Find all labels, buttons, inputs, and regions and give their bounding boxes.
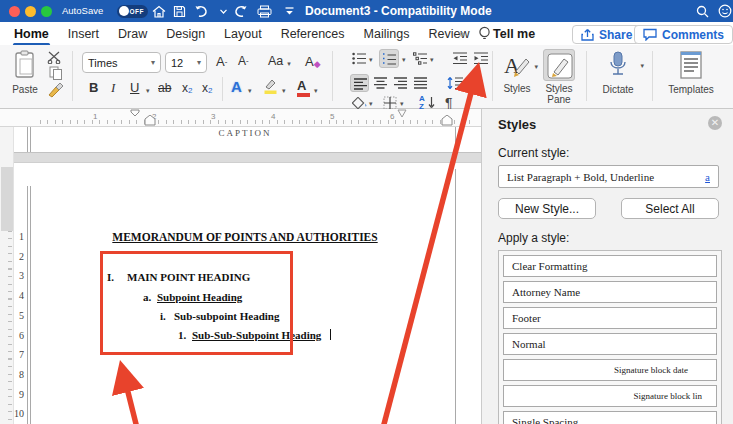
- share-icon: [581, 28, 594, 41]
- shading-dropdown-icon[interactable]: ▾: [369, 100, 373, 108]
- dictate-button[interactable]: ▾: [598, 50, 638, 80]
- undo-dropdown-icon[interactable]: [219, 3, 227, 19]
- numbering-dropdown-icon[interactable]: ▾: [402, 56, 406, 64]
- italic-button[interactable]: I: [111, 80, 115, 96]
- tab-insert[interactable]: Insert: [67, 24, 100, 44]
- share-button[interactable]: Share: [572, 25, 641, 44]
- font-size-dropdown[interactable]: 12▾: [165, 52, 207, 73]
- multilevel-dropdown-icon[interactable]: ▾: [430, 56, 434, 64]
- print-icon[interactable]: [256, 3, 272, 19]
- copy-icon[interactable]: [49, 66, 63, 80]
- style-item-clear-formatting[interactable]: Clear Formatting: [503, 255, 717, 277]
- search-icon[interactable]: [694, 3, 710, 19]
- dictate-label: Dictate: [596, 85, 640, 96]
- tab-stop-marker[interactable]: [396, 109, 408, 118]
- line-spacing-button[interactable]: [447, 76, 464, 90]
- borders-dropdown-icon[interactable]: ▾: [400, 100, 404, 108]
- styles-button[interactable]: A ▾: [498, 51, 536, 79]
- align-center-button[interactable]: [374, 77, 388, 89]
- word-window: AutoSave OFF Document3 - Compatibility M…: [0, 0, 733, 424]
- justify-button[interactable]: [414, 77, 428, 89]
- text-effects-dropdown-icon[interactable]: ▾: [248, 87, 252, 95]
- font-color-button[interactable]: A: [297, 78, 310, 97]
- save-icon[interactable]: [171, 3, 187, 19]
- style-item-signature-block-date[interactable]: Signature block date: [503, 359, 717, 381]
- bold-button[interactable]: B: [89, 80, 98, 95]
- style-item-attorney-name[interactable]: Attorney Name: [503, 281, 717, 303]
- tab-mailings[interactable]: Mailings: [363, 24, 411, 44]
- highlight-dropdown-icon[interactable]: ▾: [282, 87, 286, 95]
- subscript-button[interactable]: x2: [182, 81, 192, 95]
- line-number: 6: [12, 330, 24, 341]
- close-icon[interactable]: ✕: [708, 116, 722, 130]
- line-spacing-dropdown-icon[interactable]: ▾: [467, 81, 471, 89]
- multilevel-list-button[interactable]: [413, 52, 428, 65]
- current-style-box[interactable]: List Paragraph + Bold, Underline a: [498, 165, 719, 188]
- decrease-indent-button[interactable]: [452, 52, 468, 65]
- first-line-indent-marker[interactable]: [130, 109, 140, 117]
- styles-pane-button[interactable]: [543, 49, 575, 81]
- zoom-window-button[interactable]: [41, 6, 52, 17]
- home-icon[interactable]: [151, 3, 167, 19]
- strikethrough-button[interactable]: ab: [158, 81, 171, 95]
- title-bar: AutoSave OFF Document3 - Compatibility M…: [0, 0, 733, 22]
- line-number: 3: [12, 270, 24, 281]
- text-effects-button[interactable]: A: [231, 78, 242, 95]
- tab-layout[interactable]: Layout: [223, 24, 263, 44]
- ruler-number: 5: [330, 112, 334, 121]
- comments-label: Comments: [662, 28, 724, 42]
- minimize-window-button[interactable]: [25, 6, 36, 17]
- styles-label: Styles: [496, 84, 538, 95]
- bullets-dropdown-icon[interactable]: ▾: [369, 56, 373, 64]
- font-color-dropdown-icon[interactable]: ▾: [314, 87, 318, 95]
- shrink-font-button[interactable]: Aˇ: [238, 54, 249, 68]
- superscript-button[interactable]: x2: [202, 81, 212, 95]
- styles-pane: Styles ✕ Current style: List Paragraph +…: [481, 109, 733, 424]
- autosave-toggle[interactable]: OFF: [117, 5, 148, 18]
- style-item-single-spacing[interactable]: Single Spacing: [503, 411, 717, 424]
- new-style-button[interactable]: New Style...: [498, 198, 596, 219]
- align-right-button[interactable]: [394, 77, 408, 89]
- underline-dropdown-icon[interactable]: ▾: [146, 87, 150, 95]
- grow-font-button[interactable]: Aˆ: [216, 54, 227, 69]
- font-name-dropdown[interactable]: Times▾: [82, 52, 161, 73]
- annotation-red-box: [100, 251, 293, 355]
- paste-button[interactable]: [8, 50, 42, 80]
- bullets-button[interactable]: [352, 52, 367, 65]
- style-item-signature-block-lin[interactable]: Signature block lin: [503, 385, 717, 407]
- tell-me-box[interactable]: Tell me: [493, 27, 535, 41]
- style-item-footer[interactable]: Footer: [503, 307, 717, 329]
- comments-button[interactable]: Comments: [634, 25, 733, 44]
- borders-button[interactable]: [383, 96, 397, 110]
- templates-button[interactable]: [668, 50, 714, 80]
- feedback-smiley-icon[interactable]: [717, 3, 733, 19]
- pleading-line: [27, 186, 28, 424]
- undo-icon[interactable]: [193, 3, 209, 19]
- tab-design[interactable]: Design: [165, 24, 206, 44]
- clear-formatting-button[interactable]: A◆: [305, 54, 321, 69]
- toolbar-options-icon[interactable]: [281, 3, 297, 19]
- memo-title[interactable]: MEMORANDUM OF POINTS AND AUTHORITIES: [60, 231, 430, 243]
- align-left-button[interactable]: [350, 74, 369, 92]
- caption-text[interactable]: CAPTION: [100, 128, 390, 138]
- line-number: 7: [12, 349, 24, 360]
- ribbon: Paste Times▾ 12▾ Aˆ Aˇ Aa▾ A◆ B I: [0, 45, 733, 109]
- cut-icon[interactable]: [47, 51, 63, 64]
- left-indent-marker[interactable]: [144, 115, 156, 126]
- numbering-button[interactable]: [379, 49, 399, 68]
- change-case-button[interactable]: Aa▾: [268, 54, 291, 68]
- select-all-button[interactable]: Select All: [621, 198, 719, 219]
- tab-overflow-chevrons[interactable]: »: [458, 27, 464, 41]
- increase-indent-button[interactable]: [473, 52, 489, 65]
- close-window-button[interactable]: [9, 6, 20, 17]
- underline-button[interactable]: U: [130, 80, 139, 95]
- right-indent-marker[interactable]: [441, 115, 453, 126]
- tab-references[interactable]: References: [280, 24, 346, 44]
- tab-home[interactable]: Home: [13, 24, 50, 44]
- format-painter-icon[interactable]: [46, 82, 64, 99]
- tab-draw[interactable]: Draw: [117, 24, 148, 44]
- horizontal-ruler: 123456: [0, 109, 481, 127]
- highlight-button[interactable]: [262, 78, 279, 95]
- style-item-normal[interactable]: Normal: [503, 333, 717, 355]
- redo-icon[interactable]: [232, 3, 248, 19]
